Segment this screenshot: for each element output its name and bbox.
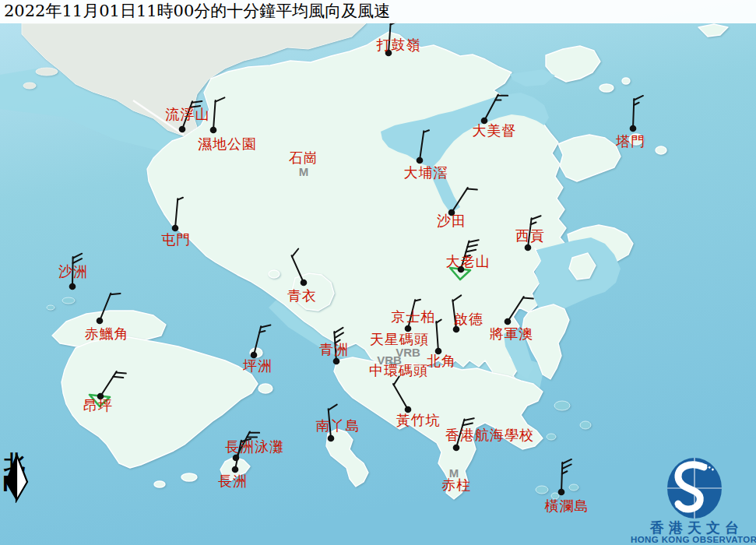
station-dot	[172, 225, 179, 232]
station-dot	[69, 283, 76, 290]
station-label: 青洲	[319, 341, 349, 357]
station-dot	[232, 466, 239, 473]
islet	[36, 68, 58, 76]
station-note-vrb: VRB	[377, 353, 402, 367]
station-note-m: M	[299, 165, 309, 178]
station-label: 沙田	[437, 213, 466, 229]
station-label: 打鼓嶺	[377, 37, 421, 53]
station-dot	[525, 244, 532, 251]
station-label: 京士柏	[392, 308, 436, 325]
station-label: 大美督	[473, 122, 517, 139]
station-label: 長洲泳灘	[225, 438, 284, 455]
station-dot	[630, 125, 637, 132]
wind-map-page: 2022年11月01日11時00分的十分鐘平均風向及風速	[0, 0, 756, 545]
station-dot	[417, 157, 424, 164]
station-label: 大埔滘	[404, 164, 448, 181]
station-label: 將軍澳	[490, 325, 534, 342]
islet	[547, 434, 556, 440]
land-shek-kwu-chau	[181, 473, 197, 481]
station-dot	[328, 435, 335, 442]
map-title: 2022年11月01日11時00分的十分鐘平均風向及風速	[0, 0, 756, 23]
hko-logo-english: HONG KONG OBSERVATORY	[631, 535, 756, 544]
station-label: 北角	[427, 353, 456, 369]
station-label: 南丫島	[316, 417, 360, 434]
station-dot	[210, 127, 217, 134]
station-label: 赤鱲角	[85, 325, 129, 342]
station-label: 石崗	[289, 149, 318, 166]
station-dot	[558, 489, 565, 496]
station-dot	[453, 445, 460, 452]
station-label: 橫瀾島	[545, 498, 589, 514]
hko-logo-chinese: 香港天文台	[649, 519, 744, 536]
land-ma-wan	[269, 270, 280, 278]
station-note-m: M	[449, 466, 459, 480]
station-label: 沙洲	[58, 263, 88, 280]
station-label: 塔門	[615, 133, 645, 149]
islet	[154, 481, 165, 487]
islet-tung-lung	[554, 401, 570, 410]
islet	[62, 297, 75, 304]
compass-needle-icon	[2, 453, 33, 503]
islet	[569, 484, 578, 490]
station-label: 天星碼頭	[370, 331, 429, 347]
islet	[47, 305, 55, 310]
islet-po-toi	[536, 486, 548, 494]
station-label: 香港航海學校	[445, 427, 534, 443]
station-label: 啟德	[454, 311, 483, 327]
station-dot	[301, 280, 308, 287]
station-dot	[505, 318, 512, 325]
north-compass: 北 N	[2, 453, 36, 494]
hong-kong-map: 打鼓嶺流浮山濕地公園大美督塔門大埔滘石崗M沙田屯門西貢大老山沙洲青衣赤鱲角京士柏…	[0, 0, 756, 545]
station-label: 黃竹坑	[396, 412, 441, 428]
islet	[23, 83, 36, 89]
station-label: 長洲	[218, 473, 248, 489]
station-dot	[333, 358, 340, 365]
station-label: 坪洲	[242, 357, 273, 374]
station-label: 西貢	[515, 227, 545, 244]
islet	[622, 78, 630, 84]
station-label: 昂坪	[83, 397, 113, 413]
station-dot	[97, 318, 104, 325]
station-label: 屯門	[161, 231, 191, 248]
islet	[656, 146, 666, 154]
station-label: 大老山	[446, 253, 491, 269]
station-label: 流浮山	[166, 106, 210, 122]
islet	[580, 421, 591, 429]
station-label: 青衣	[287, 287, 317, 304]
islet	[600, 84, 614, 92]
land-hei-ling-chau	[258, 384, 273, 393]
station-dot	[179, 126, 186, 133]
station-label: 濕地公園	[198, 135, 257, 152]
